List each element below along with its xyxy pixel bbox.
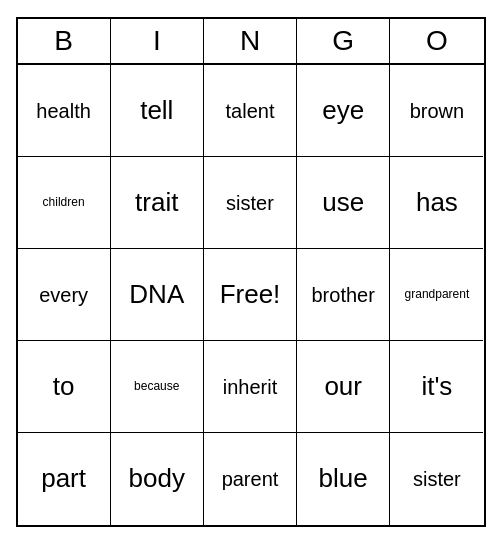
cell-text-r1-c3: use: [322, 187, 364, 218]
bingo-header: BINGO: [18, 19, 484, 65]
bingo-cell-r2-c4: grandparent: [390, 249, 483, 341]
cell-text-r1-c2: sister: [226, 191, 274, 215]
bingo-cell-r4-c2: parent: [204, 433, 297, 525]
cell-text-r0-c2: talent: [226, 99, 275, 123]
cell-text-r3-c1: because: [134, 379, 179, 393]
bingo-cell-r2-c0: every: [18, 249, 111, 341]
bingo-cell-r2-c2: Free!: [204, 249, 297, 341]
header-letter-I: I: [111, 19, 204, 63]
header-letter-N: N: [204, 19, 297, 63]
cell-text-r0-c3: eye: [322, 95, 364, 126]
bingo-cell-r1-c2: sister: [204, 157, 297, 249]
bingo-cell-r1-c4: has: [390, 157, 483, 249]
cell-text-r4-c2: parent: [222, 467, 279, 491]
bingo-cell-r0-c2: talent: [204, 65, 297, 157]
cell-text-r0-c4: brown: [410, 99, 464, 123]
bingo-cell-r1-c3: use: [297, 157, 390, 249]
bingo-cell-r0-c3: eye: [297, 65, 390, 157]
bingo-cell-r3-c3: our: [297, 341, 390, 433]
bingo-cell-r3-c4: it's: [390, 341, 483, 433]
header-letter-B: B: [18, 19, 111, 63]
bingo-cell-r0-c0: health: [18, 65, 111, 157]
cell-text-r2-c2: Free!: [220, 279, 281, 310]
bingo-cell-r4-c3: blue: [297, 433, 390, 525]
bingo-cell-r1-c0: children: [18, 157, 111, 249]
cell-text-r4-c3: blue: [319, 463, 368, 494]
cell-text-r0-c1: tell: [140, 95, 173, 126]
cell-text-r0-c0: health: [36, 99, 91, 123]
cell-text-r2-c4: grandparent: [405, 287, 470, 301]
bingo-grid: healthtelltalenteyebrownchildrentraitsis…: [18, 65, 484, 525]
bingo-cell-r3-c1: because: [111, 341, 204, 433]
cell-text-r2-c0: every: [39, 283, 88, 307]
cell-text-r1-c0: children: [43, 195, 85, 209]
bingo-cell-r4-c4: sister: [390, 433, 483, 525]
cell-text-r4-c0: part: [41, 463, 86, 494]
header-letter-O: O: [390, 19, 483, 63]
cell-text-r4-c4: sister: [413, 467, 461, 491]
bingo-cell-r4-c1: body: [111, 433, 204, 525]
bingo-cell-r0-c4: brown: [390, 65, 483, 157]
cell-text-r3-c0: to: [53, 371, 75, 402]
cell-text-r3-c3: our: [324, 371, 362, 402]
cell-text-r1-c4: has: [416, 187, 458, 218]
bingo-cell-r3-c2: inherit: [204, 341, 297, 433]
bingo-cell-r2-c3: brother: [297, 249, 390, 341]
cell-text-r3-c4: it's: [421, 371, 452, 402]
cell-text-r2-c1: DNA: [129, 279, 184, 310]
cell-text-r1-c1: trait: [135, 187, 178, 218]
bingo-cell-r1-c1: trait: [111, 157, 204, 249]
header-letter-G: G: [297, 19, 390, 63]
cell-text-r2-c3: brother: [312, 283, 375, 307]
bingo-cell-r0-c1: tell: [111, 65, 204, 157]
bingo-cell-r2-c1: DNA: [111, 249, 204, 341]
bingo-cell-r4-c0: part: [18, 433, 111, 525]
bingo-cell-r3-c0: to: [18, 341, 111, 433]
bingo-card: BINGO healthtelltalenteyebrownchildrentr…: [16, 17, 486, 527]
cell-text-r4-c1: body: [129, 463, 185, 494]
cell-text-r3-c2: inherit: [223, 375, 277, 399]
